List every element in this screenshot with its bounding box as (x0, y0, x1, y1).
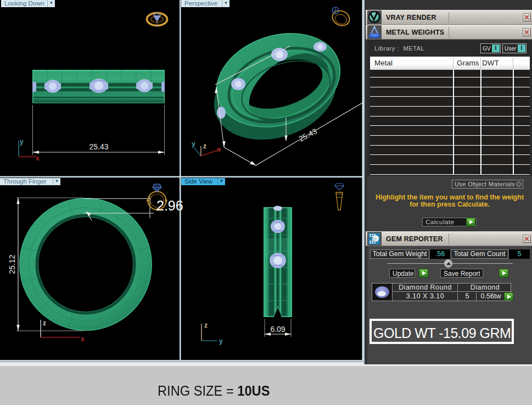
svg-text:2.96: 2.96 (156, 198, 183, 213)
svg-text:y: y (192, 140, 195, 148)
svg-text:y: y (20, 138, 24, 146)
svg-text:z: z (43, 319, 46, 327)
svg-text:25.12: 25.12 (8, 254, 16, 274)
svg-text:x: x (217, 146, 221, 153)
svg-text:25.43: 25.43 (89, 142, 108, 151)
svg-text:6.09: 6.09 (270, 325, 285, 334)
svg-text:y: y (219, 337, 223, 345)
svg-text:z: z (204, 321, 208, 329)
svg-text:x: x (81, 335, 85, 343)
svg-text:x: x (36, 154, 40, 162)
svg-text:z: z (203, 142, 206, 150)
